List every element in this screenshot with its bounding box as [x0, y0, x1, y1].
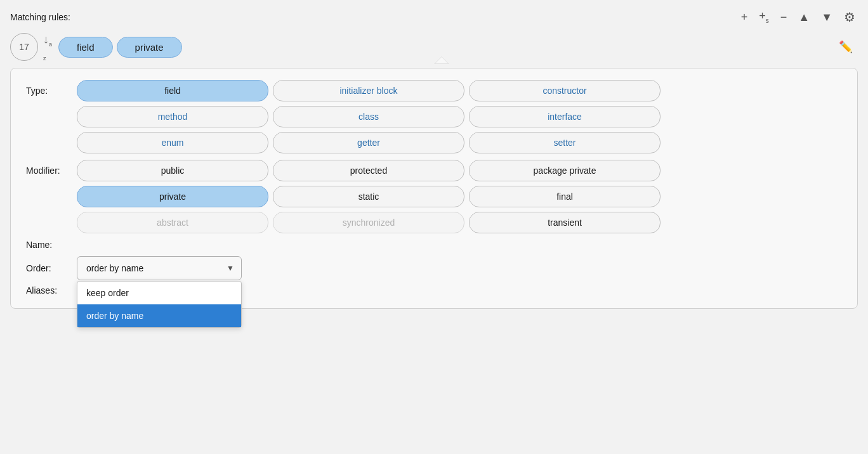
- order-select[interactable]: keep orderorder by name: [77, 256, 242, 280]
- add-button[interactable]: +: [739, 10, 751, 24]
- header-actions: + +s − ▲ ▼ ⚙: [739, 9, 858, 25]
- remove-button[interactable]: −: [778, 10, 790, 24]
- tag-private-button[interactable]: private: [117, 37, 182, 58]
- modifier-option-protected[interactable]: protected: [273, 160, 464, 181]
- move-down-button[interactable]: ▼: [819, 10, 835, 24]
- type-options-grid: fieldinitializer blockconstructormethodc…: [77, 80, 661, 153]
- type-option-method[interactable]: method: [77, 106, 268, 127]
- order-label: Order:: [26, 263, 77, 273]
- type-label: Type:: [26, 80, 77, 96]
- type-option-constructor[interactable]: constructor: [469, 80, 661, 101]
- type-option-enum[interactable]: enum: [77, 132, 268, 153]
- caret-up: [434, 56, 449, 64]
- dropdown-item-order-by-name[interactable]: order by name: [77, 304, 241, 327]
- panel-header: Matching rules: + +s − ▲ ▼ ⚙: [10, 9, 858, 25]
- edit-rule-button[interactable]: ✏️: [834, 37, 858, 56]
- detail-panel: Type: fieldinitializer blockconstructorm…: [10, 68, 858, 309]
- modifier-option-abstract: abstract: [77, 212, 268, 233]
- dropdown-item-keep-order[interactable]: keep order: [77, 282, 241, 304]
- type-option-setter[interactable]: setter: [469, 132, 661, 153]
- modifier-option-private[interactable]: private: [77, 186, 268, 207]
- add-sub-button[interactable]: +s: [756, 9, 772, 25]
- modifier-option-static[interactable]: static: [273, 186, 464, 207]
- modifier-section: Modifier: publicprotectedpackage private…: [26, 160, 842, 233]
- type-option-initializer-block[interactable]: initializer block: [273, 80, 464, 101]
- panel-title: Matching rules:: [10, 12, 70, 22]
- modifier-option-synchronized: synchronized: [273, 212, 464, 233]
- sort-icon[interactable]: ↓az: [43, 33, 52, 62]
- order-dropdown[interactable]: keep orderorder by name: [77, 281, 242, 328]
- type-option-field[interactable]: field: [77, 80, 268, 101]
- type-option-class[interactable]: class: [273, 106, 464, 127]
- order-select-wrapper: keep orderorder by name ▼ keep orderorde…: [77, 256, 242, 280]
- modifier-option-public[interactable]: public: [77, 160, 268, 181]
- type-option-getter[interactable]: getter: [273, 132, 464, 153]
- modifier-option-transient[interactable]: transient: [469, 212, 661, 233]
- aliases-label: Aliases:: [26, 285, 77, 295]
- order-row: Order: keep orderorder by name ▼ keep or…: [26, 256, 842, 280]
- modifier-options-grid: publicprotectedpackage privateprivatesta…: [77, 160, 661, 233]
- settings-button[interactable]: ⚙: [841, 10, 858, 25]
- move-up-button[interactable]: ▲: [796, 10, 812, 24]
- caret-up-inner: [435, 57, 448, 63]
- type-option-interface[interactable]: interface: [469, 106, 661, 127]
- tag-field-button[interactable]: field: [58, 37, 113, 58]
- main-panel: Matching rules: + +s − ▲ ▼ ⚙ 17 ↓az fiel…: [0, 0, 868, 454]
- modifier-label: Modifier:: [26, 160, 77, 176]
- rule-number: 17: [10, 33, 38, 61]
- modifier-option-final[interactable]: final: [469, 186, 661, 207]
- type-section: Type: fieldinitializer blockconstructorm…: [26, 80, 842, 153]
- name-row: Name:: [26, 240, 842, 250]
- modifier-option-package-private[interactable]: package private: [469, 160, 661, 181]
- name-label: Name:: [26, 240, 77, 250]
